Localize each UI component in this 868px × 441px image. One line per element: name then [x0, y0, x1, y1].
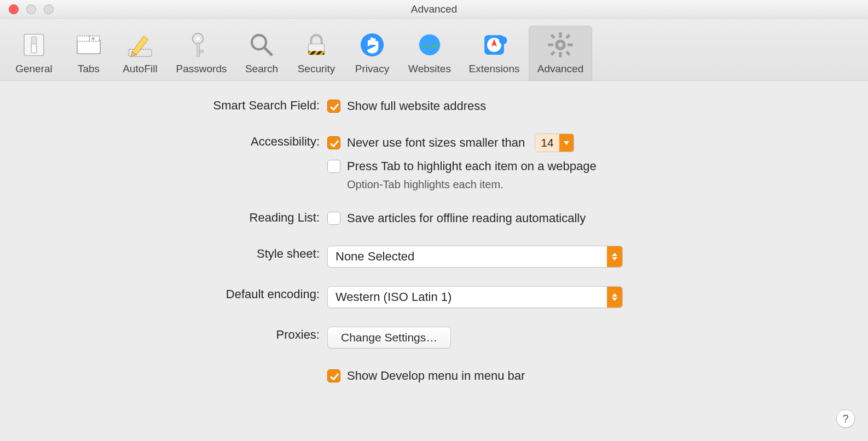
min-font-size-stepper[interactable]: 14: [535, 134, 574, 152]
min-font-checkbox[interactable]: [327, 136, 340, 149]
lock-icon: [288, 29, 345, 61]
accessibility-label: Accessibility:: [22, 134, 327, 149]
svg-rect-19: [308, 51, 324, 55]
stylesheet-label: Style sheet:: [22, 246, 327, 261]
tab-autofill[interactable]: AutoFill: [113, 26, 167, 80]
tab-tabs[interactable]: Tabs: [65, 26, 113, 80]
svg-rect-32: [568, 44, 573, 47]
stylesheet-value: None Selected: [328, 249, 607, 264]
svg-rect-36: [551, 51, 555, 56]
tab-search[interactable]: Search: [235, 26, 288, 80]
tab-label: Passwords: [167, 63, 235, 75]
window-title: Advanced: [0, 3, 868, 15]
tab-label: Search: [235, 63, 288, 75]
tab-label: Advanced: [529, 63, 592, 75]
press-tab-checkbox[interactable]: [327, 160, 340, 173]
preferences-toolbar: General Tabs AutoFill Passwords Search S…: [0, 19, 868, 81]
change-settings-label: Change Settings…: [341, 331, 437, 344]
tab-label: Privacy: [345, 63, 400, 75]
tab-passwords[interactable]: Passwords: [167, 26, 235, 80]
tabs-icon: [65, 29, 113, 61]
svg-marker-9: [132, 36, 148, 55]
svg-point-12: [196, 37, 200, 40]
globe-icon: [400, 29, 460, 61]
updown-icon: [607, 246, 622, 267]
tab-label: Tabs: [65, 63, 113, 75]
svg-rect-30: [559, 52, 562, 57]
svg-line-16: [264, 48, 271, 55]
svg-rect-34: [565, 51, 570, 56]
press-tab-hint: Option-Tab highlights each item.: [327, 178, 846, 191]
encoding-value: Western (ISO Latin 1): [328, 290, 607, 304]
advanced-pane: Smart Search Field: Show full website ad…: [0, 81, 868, 401]
tab-websites[interactable]: Websites: [400, 26, 460, 80]
svg-rect-13: [197, 43, 200, 56]
stylesheet-select[interactable]: None Selected: [327, 246, 623, 268]
tab-extensions[interactable]: Extensions: [460, 26, 529, 80]
switch-icon: [3, 29, 65, 61]
tab-advanced[interactable]: Advanced: [529, 26, 592, 80]
svg-point-27: [499, 37, 507, 45]
encoding-select[interactable]: Western (ISO Latin 1): [327, 286, 623, 308]
show-full-address-label: Show full website address: [347, 99, 486, 113]
svg-rect-33: [551, 34, 555, 39]
help-button[interactable]: ?: [836, 409, 855, 428]
svg-rect-29: [559, 32, 562, 38]
tab-general[interactable]: General: [3, 26, 65, 80]
show-develop-checkbox[interactable]: [327, 369, 340, 382]
min-font-label: Never use font sizes smaller than: [347, 136, 525, 150]
tab-label: Security: [288, 63, 345, 75]
change-settings-button[interactable]: Change Settings…: [327, 327, 451, 349]
chevron-down-icon: [559, 134, 574, 152]
tab-label: General: [3, 63, 65, 75]
tab-label: Websites: [400, 63, 460, 75]
svg-point-37: [558, 43, 563, 47]
svg-rect-35: [565, 34, 570, 39]
save-offline-checkbox[interactable]: [327, 212, 340, 225]
show-full-address-checkbox[interactable]: [327, 100, 340, 113]
tab-label: AutoFill: [113, 63, 167, 75]
gear-icon: [529, 29, 592, 61]
svg-rect-2: [31, 44, 37, 53]
magnifier-icon: [235, 29, 288, 61]
tab-privacy[interactable]: Privacy: [345, 26, 400, 80]
show-develop-label: Show Develop menu in menu bar: [347, 369, 525, 383]
save-offline-label: Save articles for offline reading automa…: [347, 211, 586, 225]
svg-rect-31: [548, 44, 553, 47]
tab-security[interactable]: Security: [288, 26, 345, 80]
help-icon: ?: [842, 413, 848, 425]
updown-icon: [607, 287, 622, 307]
reading-list-label: Reading List:: [22, 210, 327, 225]
smart-search-label: Smart Search Field:: [22, 97, 327, 113]
compass-puzzle-icon: [460, 29, 529, 61]
pencil-icon: [113, 29, 167, 61]
key-icon: [167, 29, 235, 61]
tab-label: Extensions: [460, 63, 529, 75]
svg-rect-14: [200, 50, 204, 53]
press-tab-label: Press Tab to highlight each item on a we…: [347, 159, 597, 173]
hand-icon: [345, 29, 400, 61]
titlebar: Advanced: [0, 0, 868, 19]
svg-rect-4: [77, 36, 90, 42]
min-font-size-value: 14: [535, 134, 559, 152]
proxies-label: Proxies:: [22, 327, 327, 342]
develop-spacer: [22, 367, 327, 368]
encoding-label: Default encoding:: [22, 286, 327, 301]
